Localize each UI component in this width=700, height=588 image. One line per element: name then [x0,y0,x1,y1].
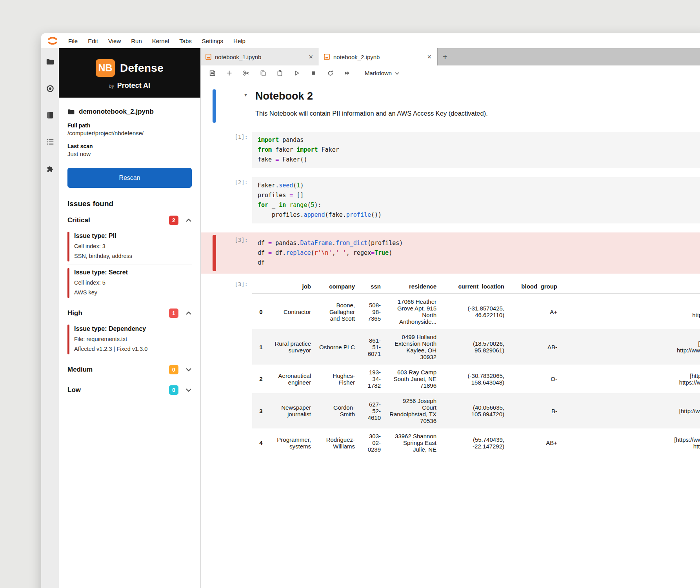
cut-icon[interactable] [243,70,249,76]
full-path-value: /computer/project/nbdefense/ [67,130,192,136]
chevron-icon[interactable] [185,218,192,223]
chevron-icon[interactable] [185,367,192,372]
full-path-label: Full path [67,122,192,129]
table-cell: A+ [508,294,561,330]
code-editor[interactable]: Faker.seed(1) profiles = [] for _ in ran… [252,177,700,223]
cell-collapser[interactable] [213,89,216,123]
menu-item-run[interactable]: Run [126,38,147,44]
cell-collapser[interactable] [213,235,216,271]
menu-item-view[interactable]: View [103,38,126,44]
column-header [252,280,270,294]
issue-detail: Cell index: 3 [74,243,192,249]
code-cell: [1]: import pandas from faker import Fak… [201,132,700,168]
column-header: ssn [359,280,385,294]
severity-header[interactable]: High 1 [67,304,192,321]
issue-detail: File: requirements.txt [74,336,192,342]
table-cell: Hughes-Fisher [315,365,359,393]
table-cell: 193-34-1782 [359,365,385,393]
table-cell: 627-52-4610 [359,393,385,428]
copy-icon[interactable] [260,70,266,76]
table-cell: Boone, Gallagher and Scott [315,294,359,330]
output-collapser[interactable] [213,279,216,457]
severity-count-badge: 0 [169,385,178,395]
folder-icon [67,108,75,116]
nb-logo-icon: NB [96,59,115,77]
row-index: 4 [252,428,270,457]
save-icon[interactable] [209,70,216,76]
file-browser-icon[interactable] [46,58,55,66]
notebook-canvas: ▼ Notebook 2 This Notebook will contain … [201,81,700,588]
cell-prompt: [3]: [216,235,252,271]
table-cell: Rodriguez-Williams [315,428,359,457]
row-index: 2 [252,365,270,393]
issue-card: Issue type: PII Cell index: 3SSN, birthd… [67,229,192,265]
menubar-items: FileEditViewRunKernelTabsSettingsHelp [63,38,251,44]
table-row: 4Programmer, systemsRodriguez-Williams30… [252,428,700,457]
main-area: notebook_1.ipynb × notebook_2.ipynb × + [201,48,700,588]
code-editor[interactable]: df = pandas.DataFrame.from_dict(profiles… [252,235,700,271]
severity-header[interactable]: Low 0 [67,381,192,398]
table-cell: Programmer, systems [270,428,315,457]
notebook-tab[interactable]: notebook_2.ipynb × [319,48,438,65]
last-scan-label: Last scan [67,143,192,149]
table-cell: 17066 Heather Grove Apt. 915 North Antho… [385,294,440,330]
menu-item-tabs[interactable]: Tabs [174,38,197,44]
new-tab-button[interactable]: + [438,48,453,65]
jupyter-logo-icon [47,35,58,47]
code-cell: [2]: Faker.seed(1) profiles = [] for _ i… [201,177,700,223]
cell-collapser[interactable] [213,132,216,168]
markdown-text: This Notebook will contain PII informati… [255,110,700,117]
notebook-tools-icon[interactable] [46,111,55,120]
severity-header[interactable]: Medium 0 [67,361,192,378]
tab-label: notebook_1.ipynb [215,54,307,60]
table-row: 3Newspaper journalistGordon-Smith627-52-… [252,393,700,428]
menu-item-edit[interactable]: Edit [83,38,103,44]
run-icon[interactable] [293,70,300,76]
markdown-cell[interactable]: ▼ Notebook 2 This Notebook will contain … [201,89,700,123]
fast-forward-icon[interactable] [344,70,351,76]
paste-icon[interactable] [276,70,283,76]
rescan-button[interactable]: Rescan [67,168,192,188]
menu-item-file[interactable]: File [63,38,83,44]
extensions-icon[interactable] [46,164,55,173]
notebook-file-icon [205,54,211,60]
brand-title: Defense [120,62,164,74]
row-index: 0 [252,294,270,330]
severity-section: Low 0 [67,381,192,398]
severity-header[interactable]: Critical 2 [67,211,192,229]
chevron-icon[interactable] [185,387,192,393]
property-inspector-icon[interactable] [46,138,55,146]
severity-count-badge: 0 [169,365,178,374]
severity-label: Critical [67,216,169,224]
cell-type-value: Markdown [365,70,392,76]
table-cell: AB- [508,329,561,365]
output-table: jobcompanyssnresidencecurrent_locationbl… [252,280,700,457]
notebook-tab[interactable]: notebook_1.ipynb × [201,48,319,65]
menu-item-help[interactable]: Help [228,38,251,44]
running-kernels-icon[interactable] [46,84,55,93]
cell-collapser[interactable] [213,177,216,223]
stop-icon[interactable] [310,70,317,76]
table-row: 1Rural practice surveyorOsborne PLC861-5… [252,329,700,365]
severity-section: Medium 0 [67,361,192,378]
add-cell-icon[interactable] [226,70,233,76]
tab-close-icon[interactable]: × [307,53,314,61]
tab-close-icon[interactable]: × [426,53,433,61]
code-editor[interactable]: import pandas from faker import Faker fa… [252,132,700,168]
chevron-icon[interactable] [185,310,192,316]
notebook-file-icon [324,54,330,60]
menu-item-settings[interactable]: Settings [197,38,228,44]
column-header: job [270,280,315,294]
markdown-collapse-icon[interactable]: ▼ [244,93,248,97]
menu-item-kernel[interactable]: Kernel [147,38,174,44]
table-cell: [https: http://www.her [561,329,700,365]
table-cell: 861-51-6071 [359,329,385,365]
restart-kernel-icon[interactable] [327,70,334,76]
table-row: 0ContractorBoone, Gallagher and Scott508… [252,294,700,330]
table-cell: B- [508,393,561,428]
table-cell: AB+ [508,428,561,457]
issues-found-heading: Issues found [67,200,192,208]
table-cell: [http://joh https://www.h [561,365,700,393]
column-header: blood_group [508,280,561,294]
cell-type-dropdown[interactable]: Markdown [365,70,399,76]
